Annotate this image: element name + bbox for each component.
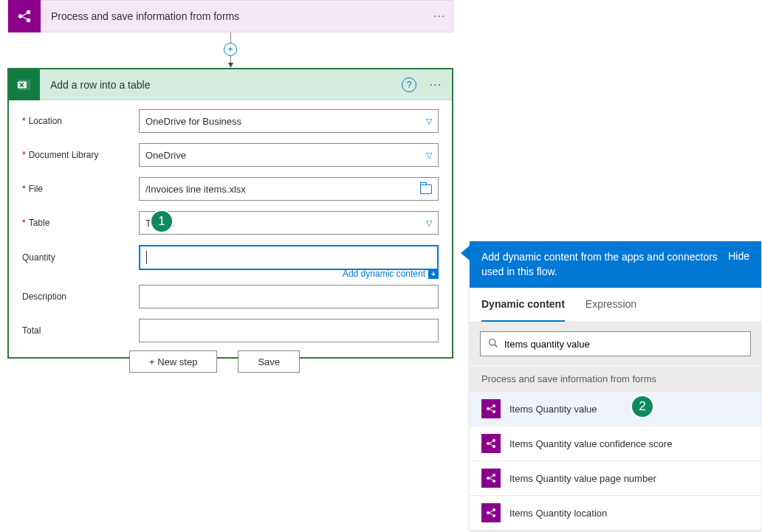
arrow-down-icon: ▾ bbox=[228, 62, 233, 67]
folder-icon[interactable] bbox=[420, 184, 432, 194]
svg-point-5 bbox=[490, 339, 495, 345]
dynamic-item-label: Items Quantity value bbox=[509, 404, 597, 415]
chevron-down-icon: ▽ bbox=[426, 218, 432, 228]
new-step-button[interactable]: + New step bbox=[129, 350, 217, 373]
dynamic-content-icon[interactable]: + bbox=[428, 269, 439, 279]
svg-point-15 bbox=[492, 480, 495, 483]
connector-icon bbox=[481, 399, 501, 418]
dynamic-group-header: Process and save information from forms bbox=[470, 365, 761, 392]
field-table: *Table Table1 ▽ bbox=[22, 211, 439, 235]
field-quantity: Quantity bbox=[22, 245, 439, 270]
action-header: Add a row into a table ? ··· bbox=[9, 69, 452, 100]
field-label-quantity: Quantity bbox=[22, 252, 139, 263]
field-description: Description bbox=[22, 285, 439, 308]
flow-connector: + ▾ bbox=[222, 32, 239, 68]
dynamic-item-quantity-confidence[interactable]: Items Quantity value confidence score bbox=[470, 426, 761, 461]
field-location: *Location OneDrive for Business ▽ bbox=[22, 109, 439, 133]
svg-point-10 bbox=[487, 442, 490, 445]
quantity-input[interactable] bbox=[139, 245, 439, 270]
panel-beak bbox=[461, 246, 470, 260]
chevron-down-icon: ▽ bbox=[426, 151, 432, 160]
svg-line-6 bbox=[495, 344, 498, 347]
connector-icon bbox=[481, 434, 501, 453]
field-label-description: Description bbox=[22, 291, 139, 302]
svg-point-8 bbox=[492, 404, 495, 407]
dynamic-content-panel: Add dynamic content from the apps and co… bbox=[470, 241, 761, 531]
hide-panel-button[interactable]: Hide bbox=[728, 250, 749, 262]
save-button[interactable]: Save bbox=[238, 350, 300, 373]
svg-point-16 bbox=[487, 511, 490, 514]
add-step-inline-button[interactable]: + bbox=[224, 43, 237, 56]
svg-point-1 bbox=[27, 10, 31, 15]
tab-dynamic-content[interactable]: Dynamic content bbox=[481, 288, 565, 322]
excel-icon bbox=[9, 69, 40, 100]
svg-point-9 bbox=[492, 410, 495, 413]
field-total: Total bbox=[22, 319, 439, 342]
dynamic-content-search[interactable] bbox=[480, 331, 751, 356]
forms-processing-icon bbox=[8, 0, 41, 32]
document-library-dropdown[interactable]: OneDrive ▽ bbox=[139, 143, 439, 167]
svg-point-7 bbox=[487, 407, 490, 410]
dynamic-item-quantity-location[interactable]: Items Quantity location bbox=[470, 496, 761, 531]
connector-icon bbox=[481, 503, 501, 522]
svg-point-14 bbox=[492, 474, 495, 477]
dynamic-panel-header: Add dynamic content from the apps and co… bbox=[470, 241, 761, 288]
dynamic-panel-message: Add dynamic content from the apps and co… bbox=[481, 250, 728, 279]
connector-icon bbox=[481, 469, 501, 488]
dynamic-item-label: Items Quantity location bbox=[509, 508, 607, 519]
help-icon[interactable]: ? bbox=[402, 77, 416, 92]
svg-point-0 bbox=[18, 14, 23, 18]
action-more-menu[interactable]: ··· bbox=[422, 78, 449, 91]
add-dynamic-content-link[interactable]: Add dynamic content bbox=[343, 269, 425, 279]
callout-badge-2: 2 bbox=[631, 395, 654, 418]
chevron-down-icon: ▽ bbox=[426, 117, 432, 126]
dynamic-item-quantity-page[interactable]: Items Quantity value page number bbox=[470, 461, 761, 496]
dynamic-search-input[interactable] bbox=[504, 339, 743, 350]
field-document-library: *Document Library OneDrive ▽ bbox=[22, 143, 439, 167]
dynamic-item-label: Items Quantity value confidence score bbox=[509, 438, 672, 449]
svg-point-12 bbox=[492, 445, 495, 448]
trigger-title: Process and save information from forms bbox=[41, 10, 426, 22]
field-label-file: *File bbox=[22, 184, 139, 194]
svg-point-13 bbox=[487, 477, 490, 480]
svg-point-18 bbox=[492, 514, 495, 517]
dynamic-item-label: Items Quantity value page number bbox=[509, 473, 656, 484]
dynamic-item-quantity-value[interactable]: Items Quantity value 2 bbox=[470, 392, 761, 426]
svg-point-17 bbox=[492, 508, 495, 511]
description-input[interactable] bbox=[139, 285, 439, 308]
location-dropdown[interactable]: OneDrive for Business ▽ bbox=[139, 109, 439, 133]
table-dropdown[interactable]: Table1 ▽ bbox=[139, 211, 439, 235]
field-file: *File /Invoices line items.xlsx bbox=[22, 177, 439, 201]
callout-badge-1: 1 bbox=[150, 210, 174, 233]
search-icon bbox=[488, 338, 498, 350]
flow-action-buttons: + New step Save bbox=[129, 350, 300, 373]
connector-glyph-icon bbox=[16, 8, 32, 24]
trigger-more-menu[interactable]: ··· bbox=[426, 10, 453, 23]
excel-glyph-icon bbox=[16, 77, 32, 93]
action-card-excel-add-row[interactable]: Add a row into a table ? ··· *Location O… bbox=[7, 68, 453, 359]
action-title: Add a row into a table bbox=[40, 79, 402, 91]
total-input[interactable] bbox=[139, 319, 439, 342]
trigger-card[interactable]: Process and save information from forms … bbox=[7, 0, 453, 32]
field-label-total: Total bbox=[22, 325, 139, 336]
field-label-location: *Location bbox=[22, 116, 139, 126]
field-label-table: *Table bbox=[22, 218, 139, 228]
svg-point-11 bbox=[492, 439, 495, 442]
dynamic-panel-tabs: Dynamic content Expression bbox=[470, 288, 761, 322]
field-label-library: *Document Library bbox=[22, 150, 139, 160]
file-picker[interactable]: /Invoices line items.xlsx bbox=[139, 177, 439, 201]
tab-expression[interactable]: Expression bbox=[586, 288, 636, 322]
svg-point-2 bbox=[27, 18, 31, 23]
